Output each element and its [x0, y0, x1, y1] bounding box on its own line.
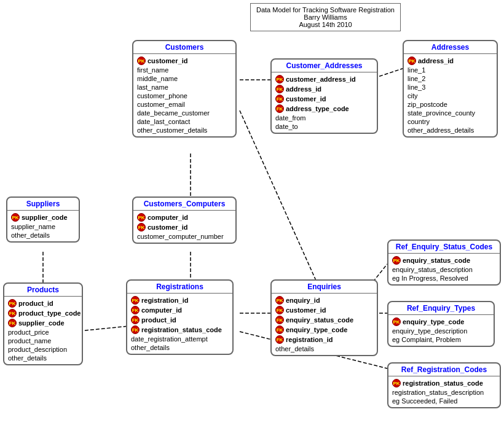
field-name: other_details: [8, 354, 47, 362]
field-row: date_to: [275, 122, 373, 131]
pk-icon: PK: [8, 299, 17, 308]
svg-line-10: [240, 111, 320, 289]
field-row: PK address_id: [408, 56, 493, 66]
title-line1: Data Model for Tracking Software Registr…: [256, 6, 395, 14]
field-name: enquiry_type_code: [403, 318, 464, 325]
pk-icon: PK: [137, 56, 146, 65]
field-name: state_province_county: [408, 109, 475, 117]
entity-customers-computers-fields: PK computer_id FK customer_id customer_c…: [133, 211, 235, 243]
entity-registrations-title: Registrations: [127, 281, 232, 294]
fk-icon: FK: [275, 104, 284, 113]
field-name: customer_id: [148, 57, 187, 64]
field-row: line_3: [408, 83, 493, 91]
entity-products-fields: PK product_id FK product_type_code FK su…: [4, 297, 82, 364]
field-row: FK enquiry_status_code: [275, 315, 373, 325]
entity-customers-title: Customers: [133, 41, 235, 54]
fk-icon: FK: [275, 335, 284, 344]
field-name: registration_status_code: [141, 326, 222, 333]
field-row: other_address_details: [408, 126, 493, 134]
field-name: customer_email: [137, 101, 185, 108]
field-row: enquiry_type_description: [392, 327, 490, 335]
entity-enquiries-title: Enquiries: [272, 281, 377, 294]
field-name: computer_id: [141, 306, 182, 314]
field-row: country: [408, 117, 493, 126]
fk-icon: FK: [275, 316, 284, 324]
entity-ref-registration-codes-title: Ref_Registration_Codes: [388, 364, 500, 376]
field-name: address_id: [286, 85, 321, 93]
entity-addresses-fields: PK address_id line_1 line_2 line_3 city …: [404, 54, 497, 136]
field-name: other_details: [131, 344, 170, 351]
entity-products: Products PK product_id FK product_type_c…: [3, 282, 83, 365]
fk-icon: FK: [8, 309, 17, 317]
field-name: eg In Progress, Resolved: [392, 274, 468, 282]
field-name: product_id: [18, 300, 53, 307]
field-row: registration_status_description: [392, 388, 496, 397]
field-name: customer_computer_number: [137, 233, 224, 240]
field-row: other_customer_details: [137, 126, 232, 134]
title-line3: August 14th 2010: [256, 21, 395, 28]
field-row: other_details: [275, 344, 373, 353]
entity-enquiries: Enquiries PK enquiry_id FK customer_id F…: [270, 279, 378, 356]
field-name: address_type_code: [286, 105, 349, 112]
pk-icon: PK: [137, 213, 146, 222]
field-name: other_address_details: [408, 126, 474, 134]
field-row: PK customer_address_id: [275, 74, 373, 84]
field-name: country: [408, 118, 430, 125]
field-row: date_last_contact: [137, 117, 232, 126]
field-name: customer_phone: [137, 92, 187, 99]
field-name: last_name: [137, 84, 168, 91]
fk-icon: FK: [131, 306, 140, 314]
field-name: other_details: [11, 232, 50, 239]
pk-icon: PK: [11, 213, 20, 222]
field-row: date_registration_attempt: [131, 335, 229, 343]
field-row: other_details: [131, 343, 229, 352]
field-row: middle_name: [137, 74, 232, 83]
field-row: PK registration_id: [131, 295, 229, 305]
field-name: product_type_code: [18, 309, 81, 317]
field-name: product_description: [8, 346, 67, 353]
field-row: customer_computer_number: [137, 232, 232, 241]
field-name: enquiry_status_description: [392, 266, 473, 273]
field-name: enquiry_type_code: [286, 326, 347, 333]
entity-ref-enquiry-types: Ref_Enquiry_Types PK enquiry_type_code e…: [387, 301, 495, 347]
field-name: product_price: [8, 329, 49, 336]
fk-icon: FK: [137, 223, 146, 232]
field-row: product_price: [8, 328, 78, 337]
entity-enquiries-fields: PK enquiry_id FK customer_id FK enquiry_…: [272, 294, 377, 355]
field-row: PK enquiry_status_code: [392, 255, 496, 265]
fk-icon: FK: [275, 325, 284, 334]
field-name: enquiry_status_code: [403, 257, 470, 264]
field-name: enquiry_id: [286, 297, 320, 304]
field-row: PK registration_status_code: [392, 378, 496, 388]
entity-products-title: Products: [4, 284, 82, 297]
field-name: supplier_code: [22, 214, 68, 221]
field-row: date_from: [275, 114, 373, 122]
entity-ref-registration-codes-fields: PK registration_status_code registration…: [388, 376, 500, 407]
entity-registrations: Registrations PK registration_id FK comp…: [126, 279, 234, 355]
field-name: registration_status_code: [403, 379, 483, 387]
entity-ref-registration-codes: Ref_Registration_Codes PK registration_s…: [387, 362, 501, 408]
field-row: first_name: [137, 66, 232, 74]
field-name: customer_id: [286, 95, 326, 103]
field-name: date_last_contact: [137, 118, 190, 125]
field-row: FK address_type_code: [275, 104, 373, 114]
entity-registrations-fields: PK registration_id FK computer_id FK pro…: [127, 294, 232, 354]
field-name: enquiry_status_code: [286, 316, 353, 324]
entity-customer-addresses-title: Customer_Addresses: [272, 60, 377, 72]
entity-suppliers: Suppliers PK supplier_code supplier_name…: [6, 196, 80, 243]
field-name: enquiry_type_description: [392, 327, 467, 335]
entity-ref-enquiry-status-title: Ref_Enquiry_Status_Codes: [388, 241, 500, 254]
field-name: middle_name: [137, 75, 178, 82]
field-row: FK customer_id: [275, 94, 373, 104]
field-name: customer_address_id: [286, 76, 356, 83]
field-name: eg Complaint, Problem: [392, 336, 461, 343]
field-row: date_became_customer: [137, 109, 232, 117]
field-row: FK enquiry_type_code: [275, 325, 373, 335]
field-row: FK computer_id: [131, 305, 229, 315]
field-name: line_2: [408, 75, 425, 82]
field-name: other_details: [275, 345, 314, 352]
field-name: first_name: [137, 66, 168, 74]
entity-ref-enquiry-types-title: Ref_Enquiry_Types: [388, 302, 494, 315]
fk-icon: FK: [275, 85, 284, 93]
pk-icon: PK: [275, 75, 284, 84]
